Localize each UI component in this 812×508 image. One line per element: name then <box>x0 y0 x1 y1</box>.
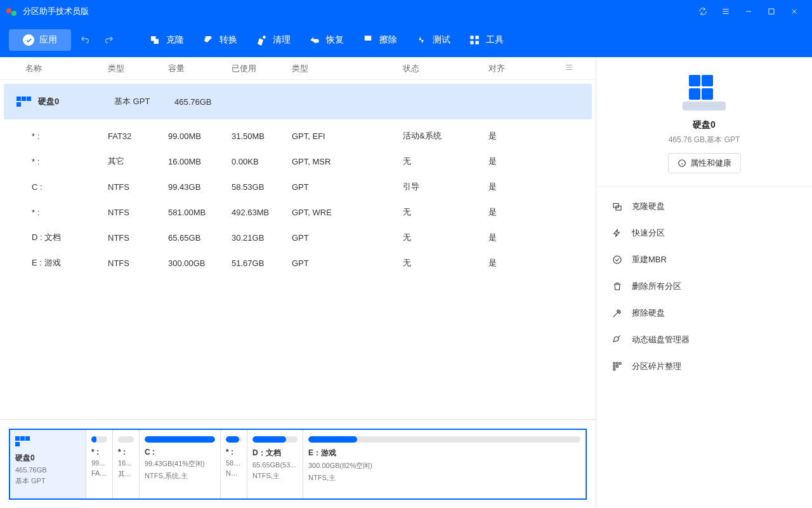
part-align: 是 <box>488 232 527 243</box>
apply-label: 应用 <box>39 34 57 46</box>
map-sub1: 99.43GB(41%空闲) <box>145 459 215 469</box>
side-action-5[interactable]: 动态磁盘管理器 <box>596 326 812 353</box>
part-fs: NTFS <box>108 233 168 243</box>
side-action-1[interactable]: 快速分区 <box>596 220 812 246</box>
side-action-3[interactable]: 删除所有分区 <box>596 273 812 300</box>
maximize-button[interactable] <box>760 0 783 23</box>
map-sub2: NTFS,系统,主 <box>145 471 215 481</box>
toolbar-测试[interactable]: 测试 <box>406 29 459 51</box>
map-name: * : <box>91 448 107 457</box>
map-partition-cell[interactable]: E：游戏300.00GB(82%空闲)NTFS,主 <box>303 430 586 498</box>
toolbar-icon <box>468 34 481 46</box>
toolbar-恢复[interactable]: 恢复 <box>299 29 353 51</box>
partition-row[interactable]: D : 文档NTFS65.65GB30.21GBGPT无是 <box>0 225 596 250</box>
svg-rect-14 <box>619 363 621 364</box>
side-action-icon <box>612 227 623 239</box>
map-disk-cell[interactable]: 硬盘0465.76GB基本 GPT <box>10 430 86 498</box>
map-name: * : <box>226 448 242 457</box>
part-cap: 16.00MB <box>168 157 232 166</box>
side-action-label: 删除所有分区 <box>632 281 681 292</box>
svg-rect-6 <box>470 41 473 44</box>
part-ptype: GPT, WRE <box>292 208 403 217</box>
properties-label: 属性和健康 <box>690 157 731 169</box>
part-name: * : <box>13 157 108 166</box>
svg-rect-0 <box>769 9 774 14</box>
side-action-2[interactable]: 重建MBR <box>596 246 812 273</box>
part-fs: 其它 <box>108 156 168 167</box>
side-action-label: 重建MBR <box>632 254 667 265</box>
menu-icon[interactable] <box>714 0 737 23</box>
toolbar-icon <box>255 34 268 46</box>
undo-button[interactable] <box>75 30 95 50</box>
map-sub2: NTFS,主 <box>308 473 580 483</box>
side-action-icon <box>612 307 623 319</box>
usage-bar <box>308 436 580 443</box>
col-name: 名称 <box>13 63 108 74</box>
part-ptype: GPT, MSR <box>292 157 403 166</box>
map-partition-cell[interactable]: * :16...其... <box>113 430 140 498</box>
map-name: C : <box>145 448 215 457</box>
toolbar-icon <box>308 34 321 46</box>
toolbar-label: 克隆 <box>166 34 184 46</box>
partition-row[interactable]: * :其它16.00MB0.00KBGPT, MSR无是 <box>0 149 596 174</box>
partition-row[interactable]: * :NTFS581.00MB492.63MBGPT, WRE无是 <box>0 199 596 225</box>
map-partition-cell[interactable]: * :581...NTF... <box>221 430 247 498</box>
redo-button[interactable] <box>99 30 119 50</box>
toolbar-label: 工具 <box>486 34 504 46</box>
part-align: 是 <box>488 130 527 142</box>
side-action-icon <box>612 281 623 292</box>
minimize-button[interactable] <box>737 0 760 23</box>
toolbar-icon <box>415 34 428 46</box>
side-action-4[interactable]: 擦除硬盘 <box>596 300 812 326</box>
toolbar: 应用 克隆转换清理恢复擦除测试工具 <box>0 23 812 57</box>
app-logo-icon <box>6 6 18 17</box>
table-header: 名称 类型 容量 已使用 类型 状态 对齐 <box>0 57 596 80</box>
part-status: 无 <box>403 232 488 243</box>
toolbar-icon <box>202 34 214 46</box>
part-status: 无 <box>403 257 488 269</box>
col-capacity: 容量 <box>168 63 232 74</box>
side-disk-name: 硬盘0 <box>609 119 799 131</box>
col-used: 已使用 <box>232 63 292 74</box>
properties-button[interactable]: 属性和健康 <box>668 153 741 173</box>
map-partition-cell[interactable]: * :99...FAT... <box>86 430 113 498</box>
column-menu-icon[interactable] <box>564 63 583 74</box>
part-name: * : <box>13 131 108 141</box>
apply-button[interactable]: 应用 <box>9 29 71 51</box>
toolbar-转换[interactable]: 转换 <box>193 29 246 51</box>
disk-row[interactable]: 硬盘0 基本 GPT 465.76GB <box>4 84 592 119</box>
part-fs: FAT32 <box>108 131 168 141</box>
map-sub2: NTF... <box>226 469 242 477</box>
toolbar-擦除[interactable]: 擦除 <box>353 29 406 51</box>
part-used: 31.50MB <box>232 131 292 141</box>
side-action-label: 快速分区 <box>632 227 665 239</box>
svg-rect-7 <box>476 41 479 44</box>
side-action-0[interactable]: 克隆硬盘 <box>596 193 812 220</box>
toolbar-工具[interactable]: 工具 <box>459 29 513 51</box>
partition-row[interactable]: * :FAT3299.00MB31.50MBGPT, EFI活动&系统是 <box>0 123 596 149</box>
partition-row[interactable]: C :NTFS99.43GB58.53GBGPT引导是 <box>0 174 596 199</box>
side-action-icon <box>612 334 623 345</box>
partition-row[interactable]: E : 游戏NTFS300.00GB51.67GBGPT无是 <box>0 250 596 276</box>
part-fs: NTFS <box>108 208 168 217</box>
part-status: 活动&系统 <box>403 130 488 142</box>
map-sub2: 基本 GPT <box>15 476 81 486</box>
usage-bar <box>226 436 242 443</box>
toolbar-清理[interactable]: 清理 <box>246 29 299 51</box>
usage-bar <box>118 436 134 443</box>
map-name: E：游戏 <box>308 448 580 458</box>
refresh-icon[interactable] <box>691 0 714 23</box>
side-action-label: 克隆硬盘 <box>632 201 665 212</box>
part-status: 无 <box>403 206 488 218</box>
side-action-6[interactable]: 分区碎片整理 <box>596 353 812 380</box>
part-fs: NTFS <box>108 182 168 192</box>
close-button[interactable] <box>783 0 806 23</box>
disk-capacity: 465.76GB <box>174 97 238 107</box>
map-partition-cell[interactable]: D：文档65.65GB(53...NTFS,主 <box>247 430 303 498</box>
part-cap: 99.00MB <box>168 131 232 141</box>
toolbar-克隆[interactable]: 克隆 <box>140 29 193 51</box>
map-sub1: 581... <box>226 459 242 467</box>
part-name: D : 文档 <box>13 232 108 243</box>
part-used: 0.00KB <box>232 157 292 166</box>
map-partition-cell[interactable]: C :99.43GB(41%空闲)NTFS,系统,主 <box>140 430 221 498</box>
